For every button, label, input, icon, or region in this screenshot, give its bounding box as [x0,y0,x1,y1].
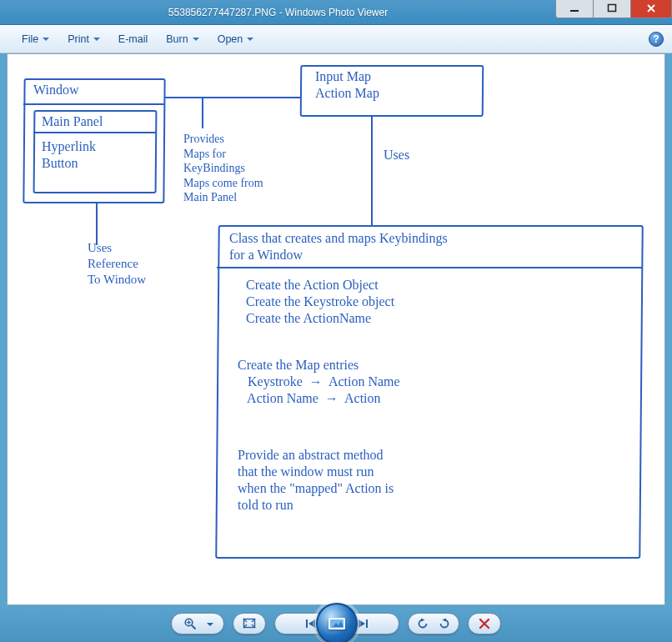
maximize-button[interactable] [593,0,631,18]
chevron-down-icon [193,38,199,41]
menu-file[interactable]: File [15,30,56,48]
slideshow-icon [327,615,347,632]
window-controls [556,0,672,18]
skip-previous-icon [305,619,317,629]
slideshow-button[interactable] [316,603,358,642]
delete-x-icon [479,618,490,629]
menu-print[interactable]: Print [61,30,107,48]
close-button[interactable] [630,0,672,18]
diagram-divider [217,267,642,268]
diagram-arrow [202,97,203,128]
window-title: 553856277447287.PNG - Windows Photo View… [0,7,556,18]
menu-burn-label: Burn [166,33,188,45]
fit-screen-icon [243,618,256,629]
player-bar [0,605,672,642]
diagram-hyperlink-button: Hyperlink Button [42,138,96,172]
navigation-group [274,613,399,634]
menu-email-label: E-mail [118,33,148,45]
titlebar: 553856277447287.PNG - Windows Photo View… [0,0,672,25]
diagram-steps3: Provide an abstract method that the wind… [238,447,394,514]
menu-print-label: Print [68,33,89,45]
delete-button[interactable] [477,615,492,632]
menu-open-label: Open [218,33,243,45]
chevron-down-icon [207,623,213,626]
menu-bar: File Print E-mail Burn Open ? [0,25,672,53]
fit-group [233,613,266,634]
diagram-divider [33,132,157,133]
svg-marker-8 [308,619,315,628]
chevron-down-icon [247,38,253,41]
svg-rect-7 [306,619,308,628]
rotate-cw-button[interactable] [438,615,451,632]
skip-next-icon [357,619,369,629]
diagram-provides-text: Provides Maps for KeyBindings Maps come … [183,132,263,205]
svg-rect-13 [366,619,368,628]
svg-rect-0 [570,10,579,12]
svg-marker-12 [359,619,365,628]
actual-size-button[interactable] [242,615,257,632]
rotate-ccw-icon [416,617,429,630]
svg-marker-14 [421,619,425,622]
diagram-window-title: Window [33,82,78,98]
diagram-steps1: Create the Action Object Create the Keys… [246,277,394,327]
diagram-map-text: Input Map Action Map [315,68,379,102]
menu-open[interactable]: Open [211,30,261,48]
svg-line-3 [192,625,196,629]
zoom-button[interactable] [182,615,198,632]
menu-burn[interactable]: Burn [159,30,205,48]
help-icon: ? [653,33,659,45]
diagram-uses-reference: Uses Reference To Window [88,240,146,287]
menu-file-label: File [22,33,38,45]
diagram-divider [23,103,165,105]
svg-rect-1 [609,5,616,12]
diagram-main-panel: Main Panel [42,113,103,130]
rotate-group [408,613,459,634]
magnifier-plus-icon [183,617,197,630]
menu-email[interactable]: E-mail [112,30,154,48]
rotate-ccw-button[interactable] [416,615,429,632]
diagram-arrow [165,97,300,98]
diagram-steps2: Create the Map entries Keystroke → Actio… [238,357,400,407]
diagram-arrow [96,203,98,245]
displayed-image: Window Main Panel Hyperlink Button Input… [8,55,664,604]
diagram-class-title: Class that creates and maps Keybindings … [229,230,448,263]
diagram-uses-label: Uses [384,147,409,163]
chevron-down-icon [93,38,100,41]
diagram-arrow [371,117,373,225]
svg-marker-15 [443,619,447,622]
chevron-down-icon [43,38,49,41]
content-frame: Window Main Panel Hyperlink Button Input… [7,53,665,605]
minimize-button[interactable] [555,0,594,18]
rotate-cw-icon [438,617,451,630]
help-button[interactable]: ? [649,32,664,47]
zoom-group [171,613,224,634]
delete-group [468,613,501,634]
